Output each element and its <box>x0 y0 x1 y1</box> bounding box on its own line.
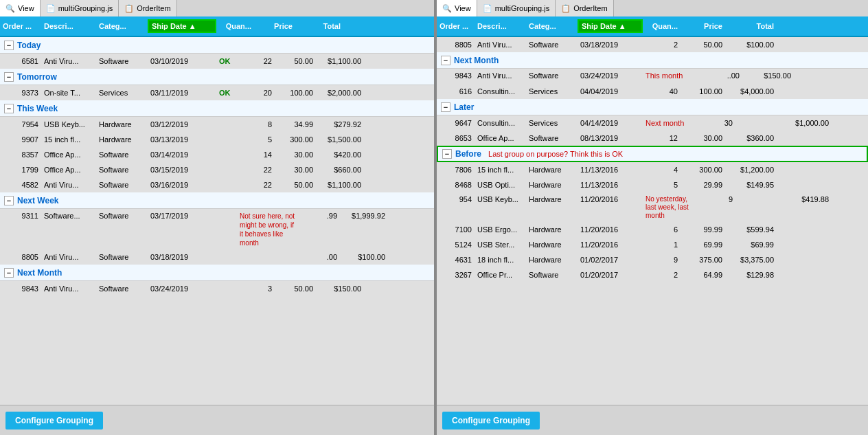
group-next-month-toggle[interactable]: − <box>4 268 14 278</box>
col-total[interactable]: Total <box>295 21 343 32</box>
col-ship[interactable]: Ship Date ▲ <box>148 19 216 33</box>
group-next-month: − Next Month <box>0 265 434 281</box>
left-configure-btn[interactable]: Configure Grouping <box>5 412 103 430</box>
left-tab-multigrouping[interactable]: 📄 multiGrouping.js <box>41 0 119 16</box>
table-row: 7954 USB Keyb... Hardware 03/12/2019 8 3… <box>0 117 434 132</box>
left-panel: 🔍 View 📄 multiGrouping.js 📋 OrderItem Or… <box>0 0 434 435</box>
rp-col-cat[interactable]: Categ... <box>526 21 578 32</box>
table-row: 9647 Consultin... Services 04/14/2019 Ne… <box>437 115 868 131</box>
table-row: 5124 USB Ster... Hardware 11/20/2016 1 6… <box>437 237 868 252</box>
rp-col-price[interactable]: Price <box>681 21 725 32</box>
table-row: 9373 On-site T... Services 03/11/2019 OK… <box>0 85 434 100</box>
right-configure-btn[interactable]: Configure Grouping <box>442 412 540 430</box>
rp-col-desc[interactable]: Descri... <box>475 21 526 32</box>
rp-group-before: − Before Last group on purpose? Think th… <box>437 146 868 162</box>
left-tab-view-label: View <box>18 4 34 12</box>
rp-group-later-toggle[interactable]: − <box>441 102 450 112</box>
table-row: 954 USB Keyb... Hardware 11/20/2016 No y… <box>437 192 868 222</box>
col-quan[interactable]: Quan... <box>216 21 254 32</box>
table-row: 9843 Anti Viru... Software 03/24/2019 Th… <box>437 69 868 84</box>
rp-group-later: − Later <box>437 99 868 115</box>
rp-group-later-label: Later <box>454 102 474 112</box>
right-panel-tabs: 🔍 View 📄 multiGrouping.js 📋 OrderItem <box>437 0 868 16</box>
rp-col-order[interactable]: Order ... <box>437 21 475 32</box>
table-row: 7806 15 inch fl... Hardware 11/13/2016 4… <box>437 162 868 177</box>
left-grid-body: − Today 6581 Anti Viru... Software 03/10… <box>0 37 434 405</box>
rp-col-total[interactable]: Total <box>725 21 777 32</box>
table-row: 616 Consultin... Services 04/04/2019 40 … <box>437 84 868 99</box>
rp-group-next-month-toggle[interactable]: − <box>441 56 450 65</box>
orderitem-icon: 📋 <box>124 4 134 13</box>
left-grid: Order ... Descri... Categ... Ship Date ▲… <box>0 16 434 405</box>
rp-group-next-month: − Next Month <box>437 52 868 69</box>
table-row: 8468 USB Opti... Hardware 11/13/2016 5 2… <box>437 177 868 192</box>
right-view-icon: 🔍 <box>442 4 452 13</box>
right-tab-view-label: View <box>455 4 471 12</box>
right-tab-multigrouping-label: multiGrouping.js <box>495 4 549 12</box>
col-cat[interactable]: Categ... <box>96 21 148 32</box>
rp-group-before-toggle[interactable]: − <box>442 149 452 159</box>
table-row: 8805 Anti Viru... Software 03/18/2019 .0… <box>0 249 434 265</box>
table-row: 4631 18 inch fl... Hardware 01/02/2017 9… <box>437 252 868 267</box>
col-desc[interactable]: Descri... <box>41 21 96 32</box>
right-grid-body: 8805 Anti Viru... Software 03/18/2019 2 … <box>437 37 868 405</box>
js-icon: 📄 <box>46 4 56 13</box>
table-row: 3267 Office Pr... Software 01/20/2017 2 … <box>437 267 868 282</box>
left-tab-orderitem[interactable]: 📋 OrderItem <box>119 0 177 16</box>
table-row: 7100 USB Ergo... Hardware 11/20/2016 6 9… <box>437 222 868 237</box>
group-this-week-label: This Week <box>17 104 58 113</box>
col-order[interactable]: Order ... <box>0 21 41 32</box>
left-tab-orderitem-label: OrderItem <box>137 4 171 12</box>
table-row: 8805 Anti Viru... Software 03/18/2019 2 … <box>437 37 868 52</box>
group-next-week-label: Next Week <box>17 196 58 205</box>
table-row: 6581 Anti Viru... Software 03/10/2019 OK… <box>0 54 434 69</box>
group-this-week: − This Week <box>0 100 434 117</box>
rp-group-before-label: Before <box>455 149 481 159</box>
right-tab-view[interactable]: 🔍 View <box>437 0 477 16</box>
rp-group-next-month-label: Next Month <box>454 56 499 65</box>
group-next-week: − Next Week <box>0 192 434 209</box>
left-tab-view[interactable]: 🔍 View <box>0 0 41 16</box>
table-row: 8653 Office Ap... Software 08/13/2019 12… <box>437 131 868 146</box>
right-grid: Order ... Descri... Categ... Ship Date ▲… <box>437 16 868 405</box>
rp-group-before-note: Last group on purpose? Think this is OK <box>488 150 623 158</box>
rp-sort-arrow: ▲ <box>619 22 626 30</box>
group-today: − Today <box>0 37 434 54</box>
group-tomorrow-label: Tomorrow <box>17 72 57 82</box>
right-tab-multigrouping[interactable]: 📄 multiGrouping.js <box>477 0 556 16</box>
right-bottom-bar: Configure Grouping <box>437 405 868 435</box>
table-row: 9907 15 inch fl... Hardware 03/13/2019 5… <box>0 132 434 147</box>
table-row: 9311 Software... Software 03/17/2019 Not… <box>0 209 434 249</box>
group-today-label: Today <box>17 41 41 50</box>
table-row: 4582 Anti Viru... Software 03/16/2019 22… <box>0 177 434 192</box>
group-tomorrow-toggle[interactable]: − <box>4 72 14 82</box>
group-next-month-label: Next Month <box>17 268 62 278</box>
col-price[interactable]: Price <box>254 21 295 32</box>
right-panel: 🔍 View 📄 multiGrouping.js 📋 OrderItem Or… <box>437 0 868 435</box>
table-row: 8357 Office Ap... Software 03/14/2019 14… <box>0 147 434 162</box>
right-tab-orderitem-label: OrderItem <box>573 4 608 12</box>
group-this-week-toggle[interactable]: − <box>4 104 14 113</box>
view-icon: 🔍 <box>5 4 15 13</box>
left-panel-tabs: 🔍 View 📄 multiGrouping.js 📋 OrderItem <box>0 0 434 16</box>
rp-col-ship[interactable]: Ship Date ▲ <box>578 19 643 33</box>
left-tab-multigrouping-label: multiGrouping.js <box>58 4 113 12</box>
rp-col-quan[interactable]: Quan... <box>643 21 681 32</box>
right-tab-orderitem[interactable]: 📋 OrderItem <box>556 0 614 16</box>
table-row: 9843 Anti Viru... Software 03/24/2019 3 … <box>0 281 434 296</box>
group-next-week-toggle[interactable]: − <box>4 196 14 205</box>
left-grid-header: Order ... Descri... Categ... Ship Date ▲… <box>0 16 434 37</box>
table-row: 1799 Office Ap... Software 03/15/2019 22… <box>0 162 434 177</box>
right-js-icon: 📄 <box>483 4 492 13</box>
left-bottom-bar: Configure Grouping <box>0 405 434 435</box>
sort-arrow: ▲ <box>189 22 196 30</box>
right-orderitem-icon: 📋 <box>561 4 571 13</box>
group-today-toggle[interactable]: − <box>4 41 14 50</box>
group-tomorrow: − Tomorrow <box>0 69 434 85</box>
right-grid-header: Order ... Descri... Categ... Ship Date ▲… <box>437 16 868 37</box>
